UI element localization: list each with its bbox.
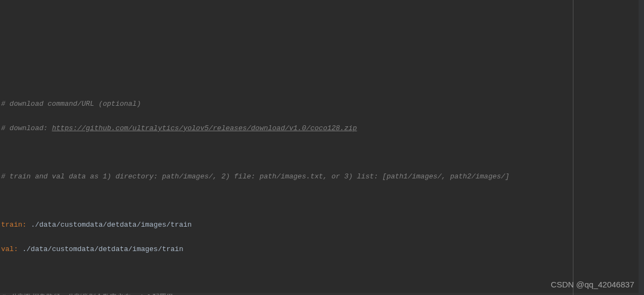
yaml-key-train: train (1, 221, 22, 229)
yaml-value: ./data/customdata/detdata/images/train (18, 245, 183, 253)
colon: : (22, 221, 27, 229)
yaml-key-val: val (1, 245, 14, 253)
yaml-value: ./data/customdata/detdata/images/train (27, 221, 192, 229)
code-editor[interactable]: # download command/URL (optional) # down… (0, 85, 644, 295)
download-url-link[interactable]: https://github.com/ultralytics/yolov5/re… (52, 124, 357, 132)
comment-line: # download: (1, 124, 52, 132)
watermark-text: CSDN @qq_42046837 (551, 279, 634, 291)
comment-line: # train and val data as 1) directory: pa… (1, 172, 509, 181)
comment-line: # download command/URL (optional) (1, 100, 141, 108)
